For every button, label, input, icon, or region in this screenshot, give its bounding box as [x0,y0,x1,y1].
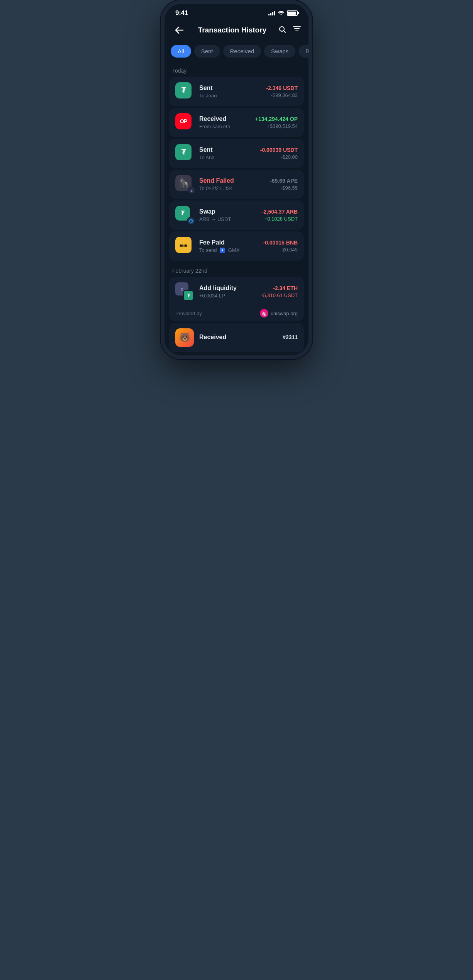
tab-buy[interactable]: Buy [298,45,309,58]
usdt-liquidity-icon: ₮ [183,290,194,301]
tx-title-liquidity: Add liquidity [199,285,256,292]
tab-all[interactable]: All [171,45,191,58]
tx-info: Swap ARB → USDT [199,208,256,222]
svg-text:Ξ: Ξ [181,287,183,291]
transaction-item-received-bottom[interactable]: 🐻 Received #2311 [169,323,304,352]
wifi-icon [278,10,284,16]
back-button[interactable] [172,23,186,37]
op-icon: OP [175,113,192,129]
tx-icon-op: OP [175,113,194,132]
tx-subtitle: To Joao [199,93,261,99]
tx-amount-usdt: -5,310.61 USDT [261,292,298,298]
eth-badge: Ξ [188,187,195,194]
section-label-today: Today [164,64,309,77]
signal-bar-4 [274,11,275,15]
tx-amounts-liquidity: -2.34 ETH -5,310.61 USDT [261,285,298,298]
tx-info: Fee Paid To send ▲ GMX [199,239,258,253]
tx-amount-primary: -0.00015 BNB [263,239,298,246]
tx-info: Send Failed To 0×2f21...f34 [199,177,264,191]
tx-icon-swap: ₮ [175,206,194,224]
tx-title: Sent [199,85,261,92]
tx-title: Received [199,115,250,122]
transaction-item-swap[interactable]: ₮ Swap ARB → USDT -2,504.37 ARB [169,200,304,230]
battery-icon [287,10,298,16]
filter-tabs: All Sent Received Swaps Buy Se [164,43,309,64]
tx-amount-primary: -2,504.37 ARB [262,209,298,215]
header: Transaction History [164,20,309,43]
tx-amounts: +134,294.424 OP +$390,519.54 [255,116,298,129]
received-nft-icon: 🐻 [175,328,194,347]
tx-info: Received From sam.eth [199,115,250,129]
provided-by-label: Provided by [175,311,202,316]
tx-amount-secondary: -$99,364.83 [266,92,298,98]
phone-screen: 9:41 [164,4,309,352]
tx-subtitle-liquidity: +0.0034 LP [199,293,256,299]
usdt-icon: ₮ [175,82,192,99]
transaction-list-feb22: Ξ ₮ Add liquidity +0.0034 LP -2.34 ETH [164,277,309,306]
uniswap-logo: 🦄 [260,309,268,318]
tx-amount-primary: +134,294.424 OP [255,116,298,122]
tx-subtitle: From sam.eth [199,124,250,129]
tx-amount-secondary: -$0.045 [263,247,298,253]
transaction-item[interactable]: ₮ Sent To Joao -2.346 USDT -$99,364.83 [169,77,304,106]
search-button[interactable] [278,25,286,35]
tx-title-received: Received [199,334,277,341]
provider-name: uniswap.org [271,311,298,316]
tx-icon-ape: 🦍 Ξ [175,175,194,194]
status-icons [268,10,298,16]
tx-subtitle: To send ▲ GMX [199,247,258,253]
tx-icon-bnb: BNB [175,237,194,255]
svg-text:₮: ₮ [181,87,186,94]
tx-title-failed: Send Failed [199,177,264,184]
bnb-icon: BNB [175,237,192,253]
tx-title: Sent [199,146,255,153]
svg-line-1 [283,31,285,32]
tx-amount-secondary: +$390,519.54 [255,123,298,129]
tx-icon-usdt: ₮ [175,82,194,101]
filter-button[interactable] [293,26,301,35]
tx-title: Fee Paid [199,239,258,246]
signal-bar-1 [268,14,270,15]
tab-received[interactable]: Received [223,45,261,58]
svg-text:₮: ₮ [187,293,190,298]
section-label-feb22: February 22nd [164,264,309,277]
tx-amount-primary: -2.346 USDT [266,85,298,91]
phone-frame: 9:41 [161,0,312,359]
usdt-icon-2: ₮ [175,144,192,160]
header-actions [278,25,301,35]
transaction-item[interactable]: OP Received From sam.eth +134,294.424 OP… [169,108,304,137]
tx-amounts: -0.00039 USDT -$20.00 [260,147,298,160]
transaction-item-fee[interactable]: BNB Fee Paid To send ▲ GMX -0.00015 BNB … [169,231,304,261]
transaction-item-failed[interactable]: 🦍 Ξ Send Failed To 0×2f21...f34 -69.69 A… [169,170,304,199]
status-time: 9:41 [175,9,188,17]
tx-subtitle: ARB → USDT [199,216,256,222]
tab-swaps[interactable]: Swaps [264,45,295,58]
provided-by-section: Provided by 🦄 uniswap.org [169,305,304,321]
tx-info-liquidity: Add liquidity +0.0034 LP [199,285,256,299]
tx-nft-number: #2311 [283,334,298,340]
page-title: Transaction History [198,26,266,34]
tx-info: Sent To Joao [199,85,261,99]
tx-amount-eth: -2.34 ETH [261,285,298,291]
transaction-item[interactable]: ₮ Sent To Ana -0.00039 USDT -$20.00 [169,139,304,168]
transaction-list-today: ₮ Sent To Joao -2.346 USDT -$99,364.83 O… [164,77,309,261]
notch [214,4,260,17]
tx-amount-secondary: -$20.00 [260,154,298,160]
arb-badge-icon [187,217,195,225]
tx-amount-primary: -69.69 APE [270,178,298,184]
transaction-item-liquidity[interactable]: Ξ ₮ Add liquidity +0.0034 LP -2.34 ETH [169,277,304,306]
section-spacer [164,261,309,264]
tx-amounts: -0.00015 BNB -$0.045 [263,239,298,253]
tx-amounts: -69.69 APE -$96.55 [270,178,298,191]
tx-subtitle: To 0×2f21...f34 [199,185,264,191]
tx-info: Sent To Ana [199,146,255,160]
battery-fill [288,12,296,15]
signal-bars-icon [268,11,275,15]
tx-title: Swap [199,208,256,215]
tx-icon-liquidity: Ξ ₮ [175,282,194,301]
tx-amount-primary: -0.00039 USDT [260,147,298,153]
provided-by-value: 🦄 uniswap.org [260,309,298,318]
tx-subtitle: To Ana [199,155,255,160]
tab-sent[interactable]: Sent [194,45,220,58]
tx-amount-secondary: +0.1028 USDT [262,216,298,222]
